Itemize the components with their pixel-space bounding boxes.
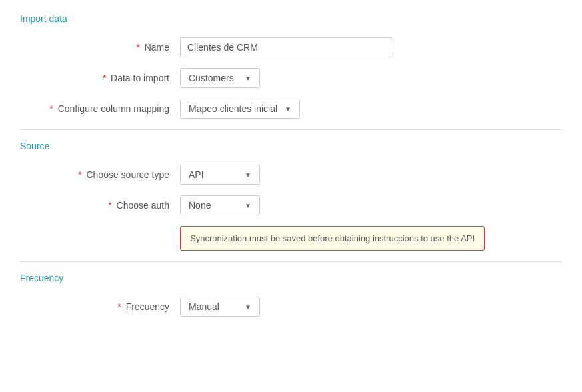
data-to-import-arrow-icon: ▼ bbox=[245, 75, 251, 82]
data-to-import-label: * Data to import bbox=[20, 73, 180, 83]
frecuency-control: Manual ▼ bbox=[180, 297, 260, 317]
configure-column-mapping-required-star: * bbox=[49, 103, 53, 114]
name-field-row: * Name bbox=[20, 37, 562, 57]
choose-auth-arrow-icon: ▼ bbox=[245, 202, 251, 209]
data-to-import-dropdown[interactable]: Customers ▼ bbox=[180, 68, 260, 88]
import-data-title: Import data bbox=[20, 13, 562, 29]
data-to-import-field-row: * Data to import Customers ▼ bbox=[20, 68, 562, 88]
api-alert-box: Syncronization must be saved before obta… bbox=[180, 226, 485, 251]
frecuency-title: Frecuency bbox=[20, 273, 562, 289]
choose-auth-label: * Choose auth bbox=[20, 200, 180, 211]
choose-auth-field-row: * Choose auth None ▼ bbox=[20, 195, 562, 215]
api-alert-message: Syncronization must be saved before obta… bbox=[190, 233, 475, 243]
choose-source-type-required-star: * bbox=[78, 169, 81, 180]
frecuency-value: Manual bbox=[189, 301, 219, 312]
source-frecuency-divider bbox=[20, 261, 562, 262]
name-field-control bbox=[180, 37, 393, 57]
alert-row: Syncronization must be saved before obta… bbox=[20, 226, 562, 251]
name-input[interactable] bbox=[180, 37, 393, 57]
name-label: * Name bbox=[20, 42, 180, 53]
import-data-section: Import data * Name * Data to import Cust… bbox=[20, 13, 562, 119]
choose-auth-control: None ▼ bbox=[180, 195, 260, 215]
import-source-divider bbox=[20, 129, 562, 130]
choose-auth-dropdown[interactable]: None ▼ bbox=[180, 195, 260, 215]
frecuency-section: Frecuency * Frecuency Manual ▼ bbox=[20, 273, 562, 317]
choose-source-type-arrow-icon: ▼ bbox=[245, 171, 251, 179]
configure-column-mapping-label: * Configure column mapping bbox=[20, 103, 180, 114]
choose-auth-value: None bbox=[189, 200, 211, 211]
configure-column-mapping-arrow-icon: ▼ bbox=[285, 105, 291, 113]
frecuency-required-star: * bbox=[117, 301, 121, 312]
configure-column-mapping-value: Mapeo clientes inicial bbox=[189, 103, 277, 114]
configure-column-mapping-control: Mapeo clientes inicial ▼ bbox=[180, 99, 300, 119]
choose-source-type-field-row: * Choose source type API ▼ bbox=[20, 165, 562, 185]
data-to-import-required-star: * bbox=[103, 73, 106, 83]
frecuency-arrow-icon: ▼ bbox=[245, 303, 251, 311]
choose-source-type-control: API ▼ bbox=[180, 165, 260, 185]
source-title: Source bbox=[20, 141, 562, 157]
configure-column-mapping-field-row: * Configure column mapping Mapeo cliente… bbox=[20, 99, 562, 119]
choose-source-type-dropdown[interactable]: API ▼ bbox=[180, 165, 260, 185]
choose-source-type-value: API bbox=[189, 169, 204, 180]
frecuency-field-row: * Frecuency Manual ▼ bbox=[20, 297, 562, 317]
frecuency-dropdown[interactable]: Manual ▼ bbox=[180, 297, 260, 317]
data-to-import-control: Customers ▼ bbox=[180, 68, 260, 88]
choose-auth-required-star: * bbox=[108, 200, 111, 211]
page-container: Import data * Name * Data to import Cust… bbox=[0, 0, 582, 392]
choose-source-type-label: * Choose source type bbox=[20, 169, 180, 180]
source-section: Source * Choose source type API ▼ * Choo… bbox=[20, 141, 562, 251]
frecuency-label: * Frecuency bbox=[20, 301, 180, 312]
data-to-import-value: Customers bbox=[189, 73, 234, 83]
configure-column-mapping-dropdown[interactable]: Mapeo clientes inicial ▼ bbox=[180, 99, 300, 119]
name-required-star: * bbox=[136, 42, 139, 53]
